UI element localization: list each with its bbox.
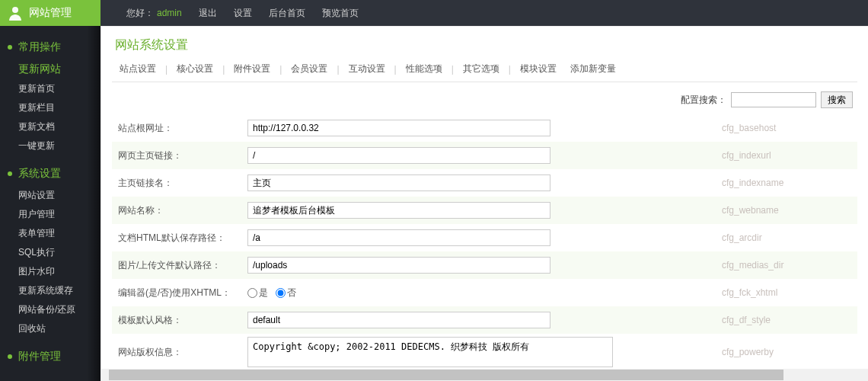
tab[interactable]: 添加新变量 [566, 61, 621, 77]
field-label: 编辑器(是/否)使用XHTML： [118, 287, 247, 299]
field-label: 文档HTML默认保存路径： [118, 232, 247, 245]
tab[interactable]: 附件设置 [229, 61, 275, 77]
text-input[interactable] [247, 257, 550, 274]
sidebar-section-title[interactable]: 常用操作 [0, 35, 101, 59]
field-label: 网站版权信息： [118, 346, 247, 359]
form-row: 站点根网址：cfg_basehost [112, 114, 857, 142]
text-input[interactable] [247, 147, 550, 164]
tab[interactable]: 互动设置 [344, 61, 390, 77]
field-label: 站点根网址： [118, 122, 247, 135]
sidebar-item[interactable]: 更新网站 [0, 59, 101, 79]
form-row: 网站版权信息：cfg_powerby [112, 334, 857, 370]
form-row: 编辑器(是/否)使用XHTML：是否cfg_fck_xhtml [112, 279, 857, 306]
sidebar-item[interactable]: 更新系统缓存 [0, 281, 101, 300]
field-hint: cfg_indexname [722, 178, 851, 188]
sidebar-item[interactable]: 更新首页 [0, 79, 101, 98]
topbar-link-logout[interactable]: 退出 [199, 7, 217, 20]
field-label: 模板默认风格： [118, 314, 247, 327]
field-label: 主页链接名： [118, 177, 247, 190]
svg-point-0 [12, 7, 18, 13]
settings-tabs: 站点设置|核心设置|附件设置|会员设置|互动设置|性能选项|其它选项|模块设置添… [112, 61, 857, 82]
brand-logo: 网站管理 [0, 0, 101, 26]
sidebar-section-title[interactable]: 附件管理 [0, 344, 101, 369]
search-button[interactable]: 搜索 [821, 91, 853, 108]
radio-option[interactable]: 是 [247, 287, 268, 299]
form-row: 主页链接名：cfg_indexname [112, 169, 857, 197]
text-input[interactable] [247, 312, 550, 328]
horizontal-scrollbar[interactable] [101, 369, 868, 381]
search-label: 配置搜索： [681, 94, 726, 107]
text-input[interactable] [247, 202, 550, 219]
tab[interactable]: 站点设置 [115, 61, 161, 77]
form-row: 网页主页链接：cfg_indexurl [112, 142, 857, 169]
text-input[interactable] [247, 174, 550, 191]
field-hint: cfg_medias_dir [722, 260, 851, 271]
sidebar-item[interactable]: 用户管理 [0, 205, 101, 224]
sidebar-item[interactable]: 更新文档 [0, 117, 101, 136]
form-row: 文档HTML默认保存路径：cfg_arcdir [112, 224, 857, 251]
sidebar-section-title[interactable]: 系统设置 [0, 162, 101, 186]
sidebar-item[interactable]: 网站设置 [0, 186, 101, 205]
form-row: 图片/上传文件默认路径：cfg_medias_dir [112, 251, 857, 279]
tab[interactable]: 模块设置 [515, 61, 561, 77]
topbar-link-preview-home[interactable]: 预览首页 [322, 7, 359, 20]
field-hint: cfg_indexurl [722, 150, 851, 161]
field-hint: cfg_basehost [722, 123, 851, 133]
topbar-links: 您好：admin 退出 设置 后台首页 预览首页 [101, 7, 359, 20]
topbar: 网站管理 您好：admin 退出 设置 后台首页 预览首页 [0, 0, 868, 26]
radio-input[interactable] [247, 288, 257, 298]
search-input[interactable] [731, 92, 816, 107]
radio-option[interactable]: 否 [276, 287, 296, 299]
form-row: 模板默认风格：cfg_df_style [112, 306, 857, 334]
settings-form: 站点根网址：cfg_basehost网页主页链接：cfg_indexurl主页链… [112, 114, 857, 370]
page-title: 网站系统设置 [115, 37, 857, 53]
text-input[interactable] [247, 229, 550, 246]
field-hint: cfg_webname [722, 205, 851, 216]
avatar-icon [6, 4, 24, 22]
tab[interactable]: 性能选项 [401, 61, 447, 77]
field-label: 图片/上传文件默认路径： [118, 259, 247, 272]
field-hint: cfg_powerby [722, 347, 851, 357]
sidebar: 常用操作更新网站更新首页更新栏目更新文档一键更新系统设置网站设置用户管理表单管理… [0, 26, 101, 381]
greeting: 您好：admin [126, 7, 182, 20]
sidebar-item[interactable]: 回收站 [0, 319, 101, 338]
sidebar-item[interactable]: 图片水印 [0, 262, 101, 281]
field-hint: cfg_fck_xhtml [722, 287, 851, 298]
textarea-input[interactable] [247, 337, 613, 367]
admin-name[interactable]: admin [157, 8, 182, 18]
sidebar-item[interactable]: SQL执行 [0, 243, 101, 262]
sidebar-item[interactable]: 更新栏目 [0, 98, 101, 117]
tab[interactable]: 核心设置 [172, 61, 218, 77]
field-hint: cfg_df_style [722, 315, 851, 325]
sidebar-item[interactable]: 网站备份/还原 [0, 300, 101, 319]
sidebar-item[interactable]: 表单管理 [0, 224, 101, 243]
form-row: 网站名称：cfg_webname [112, 197, 857, 224]
brand-text: 网站管理 [29, 6, 72, 20]
topbar-link-settings[interactable]: 设置 [234, 7, 252, 20]
tab[interactable]: 会员设置 [286, 61, 332, 77]
tab[interactable]: 其它选项 [458, 61, 504, 77]
config-search: 配置搜索： 搜索 [112, 90, 857, 114]
field-label: 网页主页链接： [118, 149, 247, 162]
sidebar-item[interactable]: 一键更新 [0, 136, 101, 155]
radio-input[interactable] [276, 288, 286, 298]
text-input[interactable] [247, 120, 550, 136]
topbar-link-backend-home[interactable]: 后台首页 [269, 7, 305, 20]
main-content: 网站系统设置 站点设置|核心设置|附件设置|会员设置|互动设置|性能选项|其它选… [101, 26, 868, 381]
field-label: 网站名称： [118, 204, 247, 217]
field-hint: cfg_arcdir [722, 232, 851, 243]
